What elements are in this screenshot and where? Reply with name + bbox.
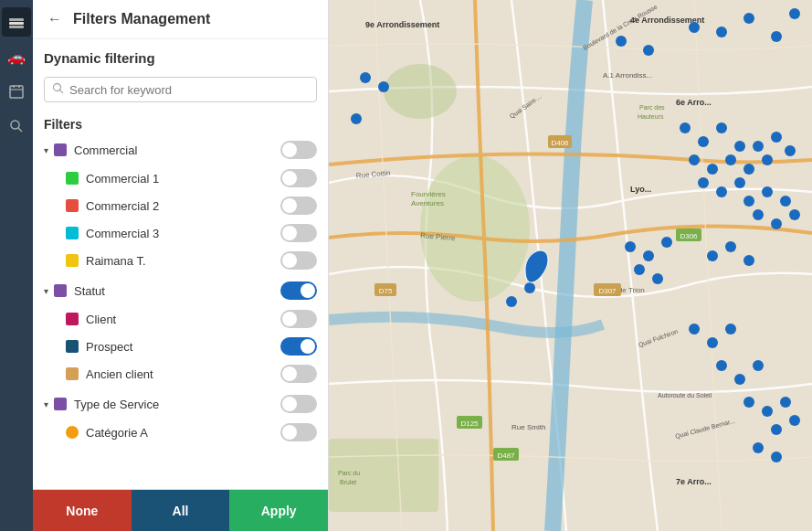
svg-point-60 bbox=[762, 154, 773, 165]
filter-child-commercial3: Commercial 3 bbox=[33, 219, 328, 247]
color-dot-client bbox=[66, 313, 79, 325]
svg-rect-0 bbox=[9, 18, 24, 21]
svg-rect-2 bbox=[9, 26, 24, 28]
toggle-comm2[interactable] bbox=[280, 196, 317, 215]
color-dot-statut bbox=[54, 284, 67, 297]
toggle-comm3[interactable] bbox=[280, 224, 317, 242]
svg-point-95 bbox=[351, 113, 362, 124]
filter-child-raimana: Raimana T. bbox=[33, 247, 328, 274]
svg-text:7e Arro...: 7e Arro... bbox=[676, 477, 712, 486]
svg-point-66 bbox=[743, 196, 754, 207]
layers-icon-btn[interactable] bbox=[2, 7, 31, 37]
filters-list: ▾ Commercial Commercial 1 bbox=[33, 135, 328, 489]
svg-text:D306: D306 bbox=[680, 232, 698, 240]
svg-point-93 bbox=[360, 72, 371, 83]
svg-text:6e Arro...: 6e Arro... bbox=[676, 98, 712, 107]
svg-point-89 bbox=[771, 424, 782, 435]
filter-parent-statut[interactable]: ▾ Statut ✓ bbox=[33, 276, 328, 305]
filter-child-commercial2: Commercial 2 bbox=[33, 192, 328, 219]
svg-point-69 bbox=[753, 209, 764, 220]
filter-group-commercial: ▾ Commercial Commercial 1 bbox=[33, 135, 328, 274]
search-left-icon-btn[interactable] bbox=[2, 112, 31, 141]
svg-point-44 bbox=[689, 22, 700, 33]
toggle-service[interactable] bbox=[280, 395, 317, 413]
svg-text:D307: D307 bbox=[598, 287, 617, 295]
svg-point-86 bbox=[743, 397, 754, 408]
svg-point-82 bbox=[725, 324, 736, 335]
svg-text:D75: D75 bbox=[379, 287, 393, 295]
svg-text:D406: D406 bbox=[551, 139, 569, 147]
svg-text:A.1 Arrondiss...: A.1 Arrondiss... bbox=[603, 71, 652, 80]
svg-point-58 bbox=[743, 164, 754, 175]
svg-point-54 bbox=[734, 141, 745, 152]
svg-text:Parc des: Parc des bbox=[639, 104, 665, 111]
svg-point-51 bbox=[680, 122, 691, 133]
filter-parent-commercial[interactable]: ▾ Commercial bbox=[33, 135, 328, 165]
toggle-raimana[interactable] bbox=[280, 251, 317, 270]
filter-name-raimana: Raimana T. bbox=[86, 254, 280, 268]
svg-point-48 bbox=[789, 8, 800, 19]
filter-group-statut: ▾ Statut ✓ Client bbox=[33, 276, 328, 388]
svg-point-96 bbox=[506, 296, 517, 307]
filter-name-prospect: Prospect bbox=[86, 340, 280, 354]
svg-line-10 bbox=[60, 90, 64, 94]
color-dot-service bbox=[54, 398, 67, 410]
filter-name-client: Client bbox=[86, 313, 280, 326]
filter-name-comm3: Commercial 3 bbox=[86, 227, 280, 240]
calendar-icon-btn[interactable] bbox=[2, 77, 31, 106]
svg-point-59 bbox=[753, 141, 764, 152]
color-dot-catA bbox=[66, 426, 79, 439]
svg-point-81 bbox=[707, 337, 718, 348]
svg-point-49 bbox=[643, 45, 654, 56]
search-input[interactable] bbox=[69, 83, 309, 97]
svg-point-71 bbox=[789, 209, 800, 220]
toggle-comm1[interactable] bbox=[280, 169, 317, 187]
map-svg: Rue Cottin Rue Pierre Rue de Trion Autor… bbox=[329, 0, 812, 531]
svg-point-46 bbox=[743, 13, 754, 24]
svg-rect-3 bbox=[10, 86, 23, 98]
svg-point-73 bbox=[643, 250, 654, 261]
color-dot-ancien bbox=[66, 367, 79, 380]
svg-point-85 bbox=[753, 360, 764, 371]
svg-point-9 bbox=[54, 84, 61, 91]
dynamic-filtering-header: Dynamic filtering bbox=[33, 39, 328, 71]
svg-point-91 bbox=[753, 442, 764, 453]
toggle-statut[interactable]: ✓ bbox=[280, 281, 317, 300]
back-button[interactable]: ← bbox=[44, 9, 66, 29]
svg-point-94 bbox=[378, 81, 389, 92]
none-button[interactable]: None bbox=[33, 490, 132, 531]
search-icon bbox=[52, 82, 64, 97]
svg-point-78 bbox=[725, 241, 736, 252]
main-sidebar-content: ← Filters Management Dynamic filtering F… bbox=[33, 0, 328, 531]
svg-point-65 bbox=[734, 177, 745, 188]
svg-point-92 bbox=[771, 451, 782, 462]
toggle-ancien[interactable] bbox=[280, 365, 317, 383]
svg-point-61 bbox=[771, 132, 782, 143]
svg-point-87 bbox=[762, 406, 773, 417]
svg-text:Fourvières: Fourvières bbox=[411, 190, 446, 198]
filter-name-catA: Catégorie A bbox=[86, 426, 280, 440]
svg-line-8 bbox=[18, 128, 22, 132]
filter-name-statut: Statut bbox=[74, 284, 280, 298]
toggle-commercial[interactable] bbox=[280, 141, 317, 159]
svg-point-90 bbox=[789, 415, 800, 426]
svg-point-68 bbox=[780, 196, 791, 207]
map-area: Rue Cottin Rue Pierre Rue de Trion Autor… bbox=[329, 0, 812, 531]
svg-point-72 bbox=[625, 241, 636, 252]
all-button[interactable]: All bbox=[132, 490, 230, 531]
svg-point-12 bbox=[420, 155, 530, 302]
sidebar-header: ← Filters Management bbox=[33, 0, 328, 39]
filters-label: Filters bbox=[33, 108, 328, 135]
svg-text:Brulet: Brulet bbox=[340, 479, 356, 485]
toggle-prospect[interactable]: ✓ bbox=[280, 337, 317, 356]
sidebar-title: Filters Management bbox=[73, 11, 210, 27]
filter-parent-service[interactable]: ▾ Type de Service bbox=[33, 389, 328, 419]
filter-name-comm1: Commercial 1 bbox=[86, 172, 280, 186]
bottom-buttons: None All Apply bbox=[33, 489, 328, 531]
color-dot-comm1 bbox=[66, 172, 79, 185]
svg-point-7 bbox=[11, 121, 19, 129]
apply-button[interactable]: Apply bbox=[229, 490, 328, 531]
toggle-client[interactable] bbox=[280, 310, 317, 328]
car-icon-btn[interactable]: 🚗 bbox=[2, 42, 31, 71]
toggle-catA[interactable] bbox=[280, 423, 317, 441]
